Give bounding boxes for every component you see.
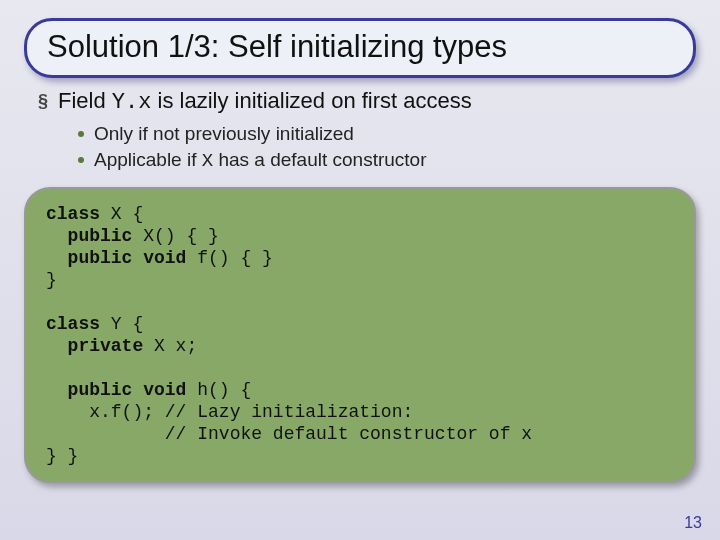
text-span: Field xyxy=(58,88,112,113)
bullet-level2: Only if not previously initialized xyxy=(78,122,690,146)
text-span: has a default constructor xyxy=(213,149,426,170)
keyword: class xyxy=(46,314,100,334)
code-text: X() { } xyxy=(132,226,218,246)
inline-code: Y.x xyxy=(112,90,152,115)
keyword: class xyxy=(46,204,100,224)
body-content: § Field Y.x is lazily initialized on fir… xyxy=(30,88,690,173)
bullet-marker: § xyxy=(38,88,48,114)
text-span: is lazily initialized on first access xyxy=(151,88,471,113)
page-number: 13 xyxy=(684,514,702,532)
slide-title-box: Solution 1/3: Self initializing types xyxy=(24,18,696,78)
code-text: Y { xyxy=(100,314,143,334)
code-text: h() { xyxy=(186,380,251,400)
keyword: public void xyxy=(46,380,186,400)
code-text: X { xyxy=(100,204,143,224)
bullet-level2: Applicable if X has a default constructo… xyxy=(78,148,690,173)
bullet-level1: § Field Y.x is lazily initialized on fir… xyxy=(38,88,690,116)
keyword: public void xyxy=(46,248,186,268)
keyword: private xyxy=(46,336,143,356)
code-text: } } xyxy=(46,446,78,466)
bullet-dot-icon xyxy=(78,131,84,137)
code-text: X x; xyxy=(143,336,197,356)
slide-title: Solution 1/3: Self initializing types xyxy=(47,29,673,65)
bullet-text: Field Y.x is lazily initialized on first… xyxy=(58,88,472,116)
bullet-dot-icon xyxy=(78,157,84,163)
code-block: class X { public X() { } public void f()… xyxy=(24,187,696,483)
code-text: } xyxy=(46,270,57,290)
text-span: Applicable if xyxy=(94,149,202,170)
bullet-text: Applicable if X has a default constructo… xyxy=(94,148,426,173)
keyword: public xyxy=(46,226,132,246)
inline-code: X xyxy=(202,150,213,172)
code-text: // Invoke default constructor of x xyxy=(46,424,532,444)
code-text: f() { } xyxy=(186,248,272,268)
code-text: x.f(); // Lazy initialization: xyxy=(46,402,413,422)
bullet-text: Only if not previously initialized xyxy=(94,122,354,146)
